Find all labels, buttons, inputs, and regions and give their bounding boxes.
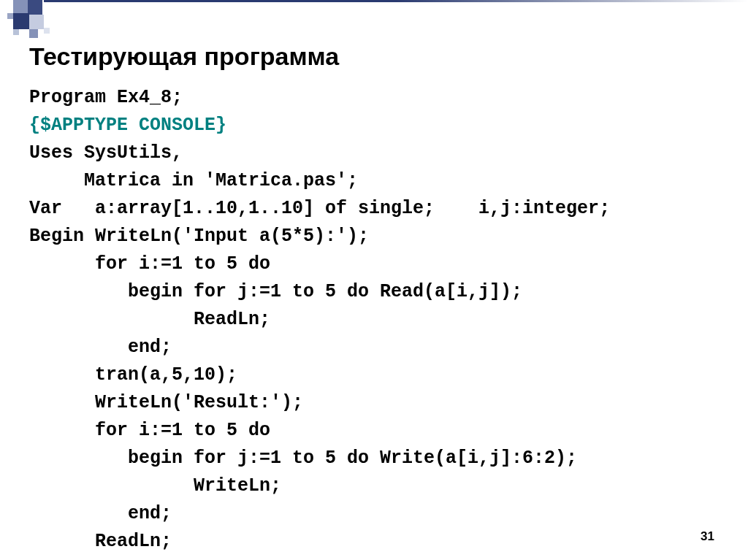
code-line: for i:=1 to 5 do (29, 253, 270, 275)
code-line: for i:=1 to 5 do (29, 420, 270, 441)
page-number: 31 (701, 529, 714, 544)
code-line: begin for j:=1 to 5 do Read(a[i,j]); (29, 281, 522, 302)
code-line: tran(a,5,10); (29, 364, 237, 386)
code-line: Matrica in 'Matrica.pas'; (29, 170, 358, 191)
code-line: ReadLn; (29, 309, 270, 330)
code-line: end; (29, 337, 172, 358)
code-line: WriteLn; (29, 475, 281, 496)
code-line: WriteLn('Result:'); (29, 392, 303, 413)
code-line: begin for j:=1 to 5 do Write(a[i,j]:6:2)… (29, 448, 577, 469)
code-line: Var a:array[1..10,1..10] of single; i,j:… (29, 198, 610, 219)
code-line: end; (29, 503, 172, 524)
top-border-line (44, 0, 748, 2)
code-line: Program Ex4_8; (29, 87, 183, 108)
code-line-directive: {$APPTYPE CONSOLE} (29, 115, 226, 136)
decorative-squares (0, 0, 88, 44)
code-line: Uses SysUtils, (29, 142, 183, 164)
slide-content: Тестирующая программа Program Ex4_8; {$A… (0, 0, 748, 560)
code-line: Begin WriteLn('Input a(5*5):'); (29, 226, 369, 247)
slide-title: Тестирующая программа (29, 42, 719, 71)
code-line: ReadLn; (29, 531, 172, 552)
code-block: Program Ex4_8; {$APPTYPE CONSOLE} Uses S… (29, 84, 719, 560)
